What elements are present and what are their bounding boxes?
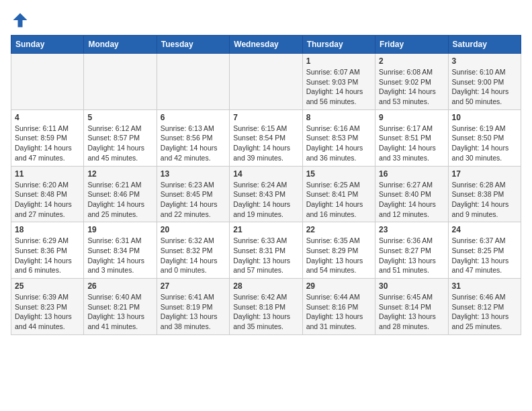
day-number: 18 bbox=[15, 225, 80, 234]
day-of-week-header: Friday bbox=[375, 36, 448, 54]
calendar-cell: 2Sunrise: 6:08 AM Sunset: 9:02 PM Daylig… bbox=[375, 54, 448, 110]
calendar-cell: 18Sunrise: 6:29 AM Sunset: 8:36 PM Dayli… bbox=[11, 222, 84, 279]
day-number: 23 bbox=[379, 225, 444, 234]
day-number: 31 bbox=[452, 281, 517, 291]
calendar-cell: 3Sunrise: 6:10 AM Sunset: 9:00 PM Daylig… bbox=[448, 54, 521, 110]
day-of-week-header: Saturday bbox=[448, 36, 521, 54]
day-number: 24 bbox=[452, 225, 517, 234]
svg-marker-0 bbox=[13, 13, 28, 28]
day-info: Sunrise: 6:37 AM Sunset: 8:25 PM Dayligh… bbox=[452, 236, 517, 275]
day-info: Sunrise: 6:17 AM Sunset: 8:51 PM Dayligh… bbox=[379, 124, 444, 163]
day-info: Sunrise: 6:42 AM Sunset: 8:18 PM Dayligh… bbox=[233, 292, 298, 332]
day-number: 29 bbox=[306, 281, 371, 291]
day-info: Sunrise: 6:27 AM Sunset: 8:40 PM Dayligh… bbox=[379, 180, 444, 220]
day-info: Sunrise: 6:39 AM Sunset: 8:23 PM Dayligh… bbox=[15, 292, 80, 332]
day-of-week-header: Thursday bbox=[302, 36, 375, 54]
day-info: Sunrise: 6:16 AM Sunset: 8:53 PM Dayligh… bbox=[306, 124, 371, 163]
day-of-week-header: Monday bbox=[84, 36, 157, 54]
calendar-cell: 1Sunrise: 6:07 AM Sunset: 9:03 PM Daylig… bbox=[302, 54, 375, 110]
calendar-cell: 7Sunrise: 6:15 AM Sunset: 8:54 PM Daylig… bbox=[230, 109, 302, 166]
calendar-cell: 30Sunrise: 6:45 AM Sunset: 8:14 PM Dayli… bbox=[375, 279, 448, 335]
calendar-cell: 9Sunrise: 6:17 AM Sunset: 8:51 PM Daylig… bbox=[375, 109, 448, 166]
day-number: 8 bbox=[306, 113, 371, 122]
day-number: 19 bbox=[87, 225, 152, 234]
day-number: 26 bbox=[87, 281, 152, 291]
calendar-cell: 6Sunrise: 6:13 AM Sunset: 8:56 PM Daylig… bbox=[157, 109, 229, 166]
calendar-cell: 25Sunrise: 6:39 AM Sunset: 8:23 PM Dayli… bbox=[11, 279, 84, 335]
calendar-cell: 31Sunrise: 6:46 AM Sunset: 8:12 PM Dayli… bbox=[448, 279, 521, 335]
calendar-cell: 5Sunrise: 6:12 AM Sunset: 8:57 PM Daylig… bbox=[84, 109, 157, 166]
calendar-body: 1Sunrise: 6:07 AM Sunset: 9:03 PM Daylig… bbox=[11, 54, 521, 335]
calendar-week-row: 1Sunrise: 6:07 AM Sunset: 9:03 PM Daylig… bbox=[11, 54, 521, 110]
day-info: Sunrise: 6:24 AM Sunset: 8:43 PM Dayligh… bbox=[233, 180, 298, 220]
day-info: Sunrise: 6:33 AM Sunset: 8:31 PM Dayligh… bbox=[233, 236, 298, 275]
day-info: Sunrise: 6:35 AM Sunset: 8:29 PM Dayligh… bbox=[306, 236, 371, 275]
day-number: 22 bbox=[306, 225, 371, 234]
calendar-cell: 23Sunrise: 6:36 AM Sunset: 8:27 PM Dayli… bbox=[375, 222, 448, 279]
day-number: 1 bbox=[306, 56, 371, 66]
day-info: Sunrise: 6:13 AM Sunset: 8:56 PM Dayligh… bbox=[161, 124, 226, 163]
calendar-cell: 8Sunrise: 6:16 AM Sunset: 8:53 PM Daylig… bbox=[302, 109, 375, 166]
logo bbox=[11, 11, 32, 30]
days-of-week-row: SundayMondayTuesdayWednesdayThursdayFrid… bbox=[11, 36, 521, 54]
day-info: Sunrise: 6:31 AM Sunset: 8:34 PM Dayligh… bbox=[87, 236, 152, 275]
calendar-cell: 26Sunrise: 6:40 AM Sunset: 8:21 PM Dayli… bbox=[84, 279, 157, 335]
calendar-cell: 10Sunrise: 6:19 AM Sunset: 8:50 PM Dayli… bbox=[448, 109, 521, 166]
day-info: Sunrise: 6:41 AM Sunset: 8:19 PM Dayligh… bbox=[161, 292, 226, 332]
calendar-cell bbox=[230, 54, 302, 110]
calendar-table: SundayMondayTuesdayWednesdayThursdayFrid… bbox=[11, 35, 521, 335]
day-info: Sunrise: 6:08 AM Sunset: 9:02 PM Dayligh… bbox=[379, 67, 444, 107]
day-info: Sunrise: 6:19 AM Sunset: 8:50 PM Dayligh… bbox=[452, 124, 517, 163]
day-number: 5 bbox=[87, 113, 152, 122]
calendar-cell: 14Sunrise: 6:24 AM Sunset: 8:43 PM Dayli… bbox=[230, 166, 302, 222]
day-number: 14 bbox=[233, 169, 298, 179]
calendar-cell: 19Sunrise: 6:31 AM Sunset: 8:34 PM Dayli… bbox=[84, 222, 157, 279]
day-number: 15 bbox=[306, 169, 371, 179]
day-number: 10 bbox=[452, 113, 517, 122]
day-info: Sunrise: 6:12 AM Sunset: 8:57 PM Dayligh… bbox=[87, 124, 152, 163]
day-info: Sunrise: 6:32 AM Sunset: 8:32 PM Dayligh… bbox=[161, 236, 226, 275]
day-info: Sunrise: 6:28 AM Sunset: 8:38 PM Dayligh… bbox=[452, 180, 517, 220]
day-number: 4 bbox=[15, 113, 80, 122]
calendar-cell: 27Sunrise: 6:41 AM Sunset: 8:19 PM Dayli… bbox=[157, 279, 229, 335]
calendar-cell: 29Sunrise: 6:44 AM Sunset: 8:16 PM Dayli… bbox=[302, 279, 375, 335]
day-info: Sunrise: 6:23 AM Sunset: 8:45 PM Dayligh… bbox=[161, 180, 226, 220]
day-number: 21 bbox=[233, 225, 298, 234]
calendar-cell: 15Sunrise: 6:25 AM Sunset: 8:41 PM Dayli… bbox=[302, 166, 375, 222]
day-number: 3 bbox=[452, 56, 517, 66]
day-number: 13 bbox=[161, 169, 226, 179]
day-number: 6 bbox=[161, 113, 226, 122]
calendar-header: SundayMondayTuesdayWednesdayThursdayFrid… bbox=[11, 36, 521, 54]
logo-icon bbox=[11, 11, 30, 30]
day-of-week-header: Tuesday bbox=[157, 36, 229, 54]
day-info: Sunrise: 6:20 AM Sunset: 8:48 PM Dayligh… bbox=[15, 180, 80, 220]
day-info: Sunrise: 6:10 AM Sunset: 9:00 PM Dayligh… bbox=[452, 67, 517, 107]
calendar-cell: 16Sunrise: 6:27 AM Sunset: 8:40 PM Dayli… bbox=[375, 166, 448, 222]
day-number: 9 bbox=[379, 113, 444, 122]
day-number: 17 bbox=[452, 169, 517, 179]
day-number: 30 bbox=[379, 281, 444, 291]
day-info: Sunrise: 6:46 AM Sunset: 8:12 PM Dayligh… bbox=[452, 292, 517, 332]
calendar-cell: 13Sunrise: 6:23 AM Sunset: 8:45 PM Dayli… bbox=[157, 166, 229, 222]
page-header bbox=[11, 11, 521, 30]
day-info: Sunrise: 6:21 AM Sunset: 8:46 PM Dayligh… bbox=[87, 180, 152, 220]
calendar-cell bbox=[84, 54, 157, 110]
calendar-cell: 22Sunrise: 6:35 AM Sunset: 8:29 PM Dayli… bbox=[302, 222, 375, 279]
calendar-week-row: 11Sunrise: 6:20 AM Sunset: 8:48 PM Dayli… bbox=[11, 166, 521, 222]
day-info: Sunrise: 6:25 AM Sunset: 8:41 PM Dayligh… bbox=[306, 180, 371, 220]
day-number: 7 bbox=[233, 113, 298, 122]
calendar-cell: 24Sunrise: 6:37 AM Sunset: 8:25 PM Dayli… bbox=[448, 222, 521, 279]
calendar-cell: 28Sunrise: 6:42 AM Sunset: 8:18 PM Dayli… bbox=[230, 279, 302, 335]
calendar-cell bbox=[11, 54, 84, 110]
day-info: Sunrise: 6:40 AM Sunset: 8:21 PM Dayligh… bbox=[87, 292, 152, 332]
calendar-cell: 12Sunrise: 6:21 AM Sunset: 8:46 PM Dayli… bbox=[84, 166, 157, 222]
day-number: 12 bbox=[87, 169, 152, 179]
calendar-cell: 4Sunrise: 6:11 AM Sunset: 8:59 PM Daylig… bbox=[11, 109, 84, 166]
calendar-cell: 20Sunrise: 6:32 AM Sunset: 8:32 PM Dayli… bbox=[157, 222, 229, 279]
day-number: 25 bbox=[15, 281, 80, 291]
day-number: 2 bbox=[379, 56, 444, 66]
calendar-cell: 17Sunrise: 6:28 AM Sunset: 8:38 PM Dayli… bbox=[448, 166, 521, 222]
calendar-week-row: 18Sunrise: 6:29 AM Sunset: 8:36 PM Dayli… bbox=[11, 222, 521, 279]
day-info: Sunrise: 6:36 AM Sunset: 8:27 PM Dayligh… bbox=[379, 236, 444, 275]
calendar-week-row: 25Sunrise: 6:39 AM Sunset: 8:23 PM Dayli… bbox=[11, 279, 521, 335]
